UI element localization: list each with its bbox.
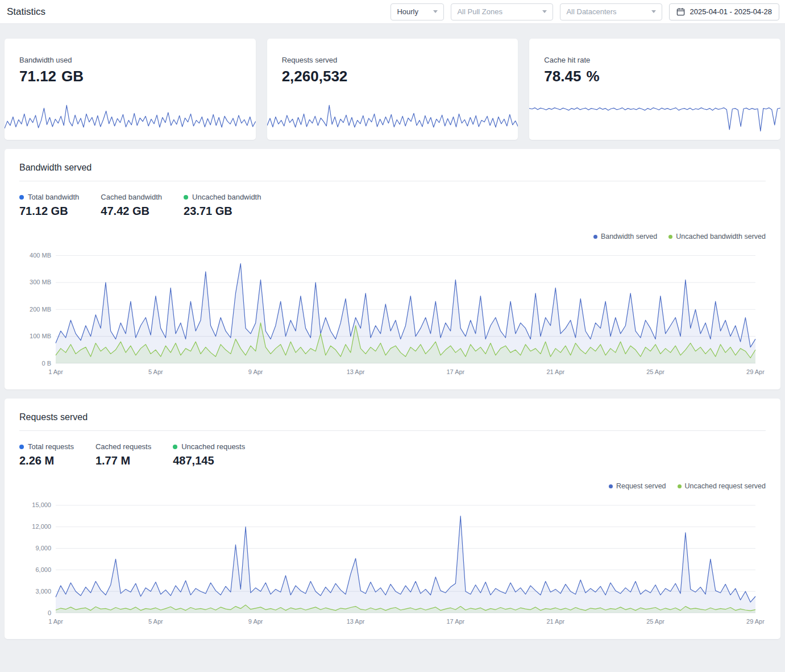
stat-label: Total bandwidth	[19, 193, 79, 201]
svg-text:9 Apr: 9 Apr	[248, 618, 263, 625]
statistics-page: Statistics Hourly All Pull Zones All Dat…	[0, 0, 785, 639]
svg-text:29 Apr: 29 Apr	[746, 618, 765, 625]
blue-dot-icon	[19, 195, 24, 200]
header-controls: Hourly All Pull Zones All Datacenters 20…	[391, 3, 779, 20]
stat-value: 47.42 GB	[101, 205, 162, 218]
datacenters-select[interactable]: All Datacenters	[560, 3, 662, 20]
green-dot-icon	[668, 235, 672, 239]
card-value: 71.12GB	[5, 64, 256, 85]
svg-text:0: 0	[48, 609, 51, 616]
card-label: Cache hit rate	[529, 39, 780, 64]
svg-text:6,000: 6,000	[35, 566, 51, 573]
svg-text:3,000: 3,000	[35, 588, 51, 595]
requests-served-card: Requests served 2,260,532	[267, 39, 518, 140]
requests-served-sparkline	[267, 100, 518, 135]
page-title: Statistics	[6, 6, 45, 18]
stat-uncached-bandwidth: Uncached bandwidth 23.71 GB	[184, 193, 261, 218]
svg-text:5 Apr: 5 Apr	[148, 618, 163, 625]
blue-dot-icon	[593, 235, 597, 239]
svg-text:0 B: 0 B	[41, 360, 51, 367]
svg-text:100 MB: 100 MB	[30, 333, 51, 339]
stat-label: Total requests	[19, 442, 74, 451]
svg-text:1 Apr: 1 Apr	[48, 368, 63, 375]
blue-dot-icon	[609, 484, 613, 488]
stat-label: Uncached bandwidth	[184, 193, 261, 201]
svg-text:25 Apr: 25 Apr	[646, 618, 664, 625]
svg-text:5 Apr: 5 Apr	[148, 368, 163, 375]
legend-item-uncached-request-served: Uncached request served	[678, 482, 766, 490]
panel-title: Requests served	[19, 412, 766, 422]
legend-item-bandwidth-served: Bandwidth served	[593, 233, 657, 240]
requests-stats-row: Total requests 2.26 M Cached requests 1.…	[19, 442, 766, 467]
stat-value: 487,145	[173, 454, 245, 467]
stat-total-bandwidth: Total bandwidth 71.12 GB	[19, 193, 79, 218]
stat-value: 1.77 M	[95, 454, 151, 467]
chevron-down-icon	[651, 10, 656, 13]
requests-served-panel: Requests served Total requests 2.26 M Ca…	[5, 399, 780, 639]
card-value-number: 78.45	[544, 68, 581, 85]
card-value: 2,260,532	[267, 64, 518, 85]
svg-text:29 Apr: 29 Apr	[746, 368, 765, 375]
svg-text:400 MB: 400 MB	[30, 252, 51, 259]
svg-text:21 Apr: 21 Apr	[546, 618, 564, 625]
svg-text:21 Apr: 21 Apr	[546, 368, 564, 375]
bandwidth-stats-row: Total bandwidth 71.12 GB Cached bandwidt…	[19, 193, 766, 218]
pull-zones-select[interactable]: All Pull Zones	[451, 3, 553, 20]
date-range-picker[interactable]: 2025-04-01 - 2025-04-28	[669, 3, 779, 20]
green-dot-icon	[173, 445, 177, 449]
svg-text:12,000: 12,000	[32, 523, 51, 530]
stat-label: Uncached requests	[173, 442, 245, 451]
summary-cards: Bandwidth used 71.12GB Requests served 2…	[5, 39, 780, 140]
svg-text:13 Apr: 13 Apr	[347, 368, 365, 375]
green-dot-icon	[678, 484, 682, 488]
svg-text:300 MB: 300 MB	[30, 279, 51, 285]
header: Statistics Hourly All Pull Zones All Dat…	[0, 0, 785, 24]
card-value-unit: GB	[61, 68, 84, 85]
stat-value: 2.26 M	[19, 454, 74, 467]
datacenters-select-value: All Datacenters	[566, 7, 616, 16]
svg-text:1 Apr: 1 Apr	[48, 618, 63, 625]
interval-select[interactable]: Hourly	[391, 3, 444, 20]
svg-text:200 MB: 200 MB	[30, 306, 51, 313]
legend-item-request-served: Request served	[609, 482, 666, 490]
bandwidth-used-card: Bandwidth used 71.12GB	[5, 39, 256, 140]
panel-title: Bandwidth served	[19, 163, 766, 173]
svg-text:9,000: 9,000	[35, 545, 51, 551]
date-range-value: 2025-04-01 - 2025-04-28	[690, 7, 772, 16]
chevron-down-icon	[433, 10, 438, 13]
svg-text:17 Apr: 17 Apr	[446, 618, 464, 625]
stat-value: 23.71 GB	[184, 205, 261, 218]
card-label: Requests served	[267, 39, 518, 64]
card-value: 78.45%	[529, 64, 780, 85]
green-dot-icon	[184, 195, 188, 200]
bandwidth-served-chart[interactable]: 0 B100 MB200 MB300 MB400 MB1 Apr5 Apr9 A…	[19, 245, 766, 377]
stat-value: 71.12 GB	[19, 205, 79, 218]
legend-item-uncached-bandwidth-served: Uncached bandwidth served	[668, 233, 766, 240]
svg-text:17 Apr: 17 Apr	[446, 368, 464, 375]
svg-text:13 Apr: 13 Apr	[347, 618, 365, 625]
requests-chart-legend: Request served Uncached request served	[19, 482, 766, 490]
card-value-number: 71.12	[19, 68, 56, 85]
stat-cached-requests: Cached requests 1.77 M	[95, 442, 151, 467]
card-value-number: 2,260,532	[282, 68, 348, 85]
stat-label: Cached bandwidth	[101, 193, 162, 201]
card-value-unit: %	[586, 68, 599, 85]
card-label: Bandwidth used	[5, 39, 256, 64]
blue-dot-icon	[19, 445, 24, 449]
bandwidth-chart-legend: Bandwidth served Uncached bandwidth serv…	[19, 233, 766, 240]
stat-label: Cached requests	[95, 442, 151, 451]
cache-hit-rate-card: Cache hit rate 78.45%	[529, 39, 780, 140]
divider	[19, 430, 766, 431]
svg-text:25 Apr: 25 Apr	[646, 368, 664, 375]
divider	[19, 181, 766, 181]
pull-zones-select-value: All Pull Zones	[457, 7, 502, 16]
cache-hit-rate-sparkline	[529, 100, 780, 135]
stat-uncached-requests: Uncached requests 487,145	[173, 442, 245, 467]
chevron-down-icon	[542, 10, 547, 13]
interval-select-value: Hourly	[397, 7, 418, 16]
bandwidth-served-panel: Bandwidth served Total bandwidth 71.12 G…	[5, 149, 780, 389]
bandwidth-used-sparkline	[5, 100, 256, 135]
stat-total-requests: Total requests 2.26 M	[19, 442, 74, 467]
requests-served-chart[interactable]: 03,0006,0009,00012,00015,0001 Apr5 Apr9 …	[19, 495, 766, 627]
svg-text:15,000: 15,000	[32, 501, 51, 508]
